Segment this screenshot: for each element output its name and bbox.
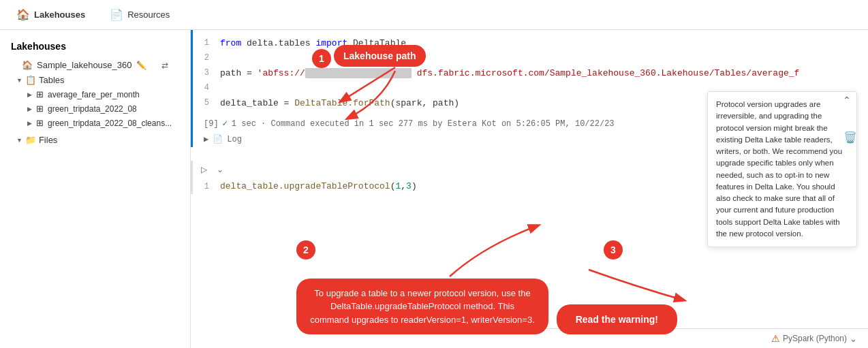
annotation-bubble-1: 1	[312, 49, 331, 68]
arrow-3	[568, 266, 691, 307]
cell-expand-button[interactable]: ⌄	[214, 163, 226, 176]
files-section-header[interactable]: ▼ 📁 Files	[11, 133, 179, 147]
log-label: Log	[227, 135, 242, 144]
app-container: 🏠 Lakehouses 📄 Resources Lakehouses 🏠 Sa…	[0, 0, 868, 348]
edit-icon: ✏️	[136, 61, 146, 70]
code-line-3: 3 path = 'abfss://████████████████████ d…	[193, 65, 868, 80]
annotation-callout-3: Read the warning!	[557, 304, 677, 334]
nav-resources[interactable]: 📄 Resources	[104, 5, 175, 24]
table-icon-g08: ⊞	[36, 104, 44, 114]
annotation3-text: Read the warning!	[576, 314, 658, 325]
table-icon-af: ⊞	[36, 89, 44, 99]
tables-section-header[interactable]: ▼ 📋 Tables	[11, 73, 179, 87]
content-area: 1 from delta.tables import DeltaTable 2 …	[191, 30, 868, 348]
main-layout: Lakehouses 🏠 Sample_lakehouse_360 ✏️ ⇄ ▼…	[0, 30, 868, 348]
tables-icon: 📋	[25, 75, 36, 85]
language-dropdown-button[interactable]: ⌄	[850, 334, 857, 344]
workspace-icon: 🏠	[22, 60, 33, 70]
arrow-2	[429, 212, 552, 280]
exec-num: [9]	[204, 119, 219, 129]
sidebar: Lakehouses 🏠 Sample_lakehouse_360 ✏️ ⇄ ▼…	[0, 30, 191, 348]
files-label: Files	[39, 135, 57, 145]
resources-icon: 📄	[110, 8, 123, 21]
code-line-2: 2	[193, 50, 868, 65]
code-line-1: 1 from delta.tables import DeltaTable	[193, 35, 868, 50]
workspace-name: 🏠 Sample_lakehouse_360 ✏️	[22, 60, 146, 70]
log-file-icon: 📄	[213, 134, 223, 144]
annotation-bubble-2: 2	[296, 240, 315, 259]
tables-chevron: ▼	[16, 77, 22, 84]
tooltip-collapse-button[interactable]: ⌃	[843, 95, 851, 106]
table-name-af: average_fare_per_month	[48, 90, 140, 99]
tree-item-green-2022-08[interactable]: ▶ ⊞ green_tripdata_2022_08	[11, 101, 179, 116]
annotation-bubble-3: 3	[604, 240, 623, 259]
workspace-label: Sample_lakehouse_360	[37, 60, 132, 70]
delete-icon-area[interactable]: 🗑️	[843, 131, 857, 144]
annotation2-text: To upgrade a table to a newer protocol v…	[310, 288, 535, 325]
files-icon: 📁	[25, 135, 36, 145]
nav-lakehouses-label: Lakehouses	[34, 10, 85, 20]
files-chevron: ▼	[16, 137, 22, 144]
annotation1-label: Lakehouse path	[343, 50, 416, 61]
language-label: PySpark (Python)	[783, 334, 847, 343]
nav-lakehouses[interactable]: 🏠 Lakehouses	[11, 5, 91, 24]
chevron-g08: ▶	[27, 106, 32, 112]
workspace-item[interactable]: 🏠 Sample_lakehouse_360 ✏️ ⇄	[11, 57, 179, 73]
sidebar-title: Lakehouses	[0, 35, 190, 54]
workspace-section: 🏠 Sample_lakehouse_360 ✏️ ⇄ ▼ 📋 Tables ▶…	[0, 54, 190, 150]
tree-item-green-cleans[interactable]: ▶ ⊞ green_tripdata_2022_08_cleans...	[11, 116, 179, 130]
run-button[interactable]: ▷	[198, 163, 210, 176]
arrow-1b	[327, 67, 477, 122]
annotation-callout-1: Lakehouse path	[334, 45, 426, 67]
chevron-gc: ▶	[27, 120, 32, 127]
warning-text: Protocol version upgrades are irreversib…	[716, 99, 848, 240]
sync-icon: ⇄	[161, 61, 168, 70]
lakehouse-icon: 🏠	[16, 8, 30, 21]
top-nav: 🏠 Lakehouses 📄 Resources	[0, 0, 868, 30]
tree-item-average-fare[interactable]: ▶ ⊞ average_fare_per_month	[11, 87, 179, 101]
annotation-callout-2: To upgrade a table to a newer protocol v…	[296, 279, 548, 335]
warning-tooltip: Protocol version upgrades are irreversib…	[707, 91, 857, 247]
exec-check-icon: ✓	[223, 118, 228, 129]
nav-resources-label: Resources	[127, 10, 170, 20]
chevron-af: ▶	[27, 91, 32, 98]
warning-icon: ⚠	[771, 333, 780, 344]
table-name-g08: green_tripdata_2022_08	[48, 104, 137, 114]
tables-label: Tables	[39, 75, 65, 85]
table-name-gc: green_tripdata_2022_08_cleans...	[48, 118, 172, 128]
log-expand-icon: ▶	[204, 134, 208, 144]
table-icon-gc: ⊞	[36, 118, 44, 128]
